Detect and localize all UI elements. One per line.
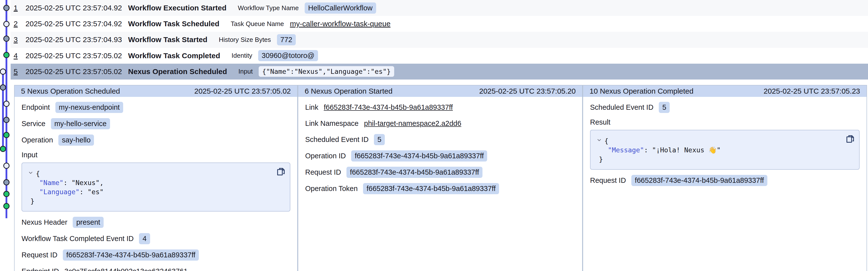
detail-field-input: Input{"Name": "Nexus","Language": "es"} [22, 151, 290, 212]
field-value-link[interactable]: 3c0c75ccfa8144b092c13ce632463761 [65, 267, 188, 271]
json-code-line: } [28, 196, 284, 206]
json-value: : "Nexus", [64, 179, 104, 187]
json-brace: } [599, 155, 603, 163]
timeline-event-node-light[interactable] [0, 69, 6, 74]
detail-field-link: Linkf665283f-743e-4374-b45b-9a61a89337ff [305, 102, 575, 113]
event-attr-label: Input [238, 67, 253, 75]
event-row[interactable]: 12025-02-25 UTC 23:57:04.92Workflow Exec… [11, 0, 868, 16]
collapse-chevron-icon[interactable] [28, 168, 33, 178]
timeline-event-node-gray[interactable] [4, 5, 9, 11]
event-name: Nexus Operation Scheduled [128, 67, 227, 76]
event-attr-label: Task Queue Name [231, 20, 284, 28]
copy-icon[interactable] [276, 167, 286, 177]
panel-timestamp: 2025-02-25 UTC 23:57:05.20 [479, 87, 576, 96]
json-key: "Name" [39, 179, 64, 187]
copy-icon[interactable] [845, 134, 855, 144]
field-label: Link Namespace [305, 119, 359, 128]
timeline-event-node-green[interactable] [4, 191, 9, 197]
json-code-line: "Language": "es" [28, 187, 284, 196]
event-attr-value-chip: {"Name":"Nexus","Language":"es"} [259, 66, 394, 77]
event-attr-label: Workflow Type Name [238, 4, 299, 12]
event-attr-value-chip: HelloCallerWorkflow [305, 2, 376, 13]
event-attr-label: History Size Bytes [219, 36, 271, 44]
detail-field-workflow-task-completed-event-id: Workflow Task Completed Event ID4 [22, 233, 290, 244]
detail-field-service: Servicemy-hello-service [22, 118, 290, 129]
detail-field-scheduled-event-id: Scheduled Event ID5 [590, 102, 860, 113]
detail-field-operation-id: Operation IDf665283f-743e-4374-b45b-9a61… [305, 151, 575, 162]
event-row[interactable]: 32025-02-25 UTC 23:57:04.93Workflow Task… [11, 32, 868, 48]
field-value-chip: 4 [139, 233, 150, 244]
event-name: Workflow Task Scheduled [128, 20, 219, 28]
field-label: Input [22, 151, 290, 159]
timeline-event-node-gray[interactable] [4, 117, 9, 123]
detail-field-link-namespace: Link Namespacephil-target-namespace2.a2d… [305, 118, 575, 129]
detail-field-operation: Operationsay-hello [22, 135, 290, 146]
panel-body: Endpointmy-nexus-endpointServicemy-hello… [14, 97, 297, 271]
event-row[interactable]: 52025-02-25 UTC 23:57:05.02Nexus Operati… [11, 64, 868, 80]
field-label: Nexus Header [22, 218, 67, 226]
json-value: : "es" [80, 188, 104, 196]
event-row[interactable]: 22025-02-25 UTC 23:57:04.92Workflow Task… [11, 16, 868, 32]
field-label: Operation [22, 136, 53, 144]
event-timestamp: 2025-02-25 UTC 23:57:04.92 [26, 4, 128, 12]
event-id-link[interactable]: 2 [13, 20, 26, 28]
field-value-link[interactable]: phil-target-namespace2.a2dd6 [364, 119, 461, 128]
json-brace: { [604, 137, 608, 145]
event-id-link[interactable]: 4 [13, 52, 26, 60]
json-code-line: } [596, 155, 853, 164]
detail-field-request-id: Request IDf665283f-743e-4374-b45b-9a61a8… [22, 249, 290, 261]
timeline-event-node-gray[interactable] [0, 85, 6, 90]
panel-timestamp: 2025-02-25 UTC 23:57:05.02 [194, 87, 291, 96]
field-value-chip: 5 [374, 134, 385, 145]
panel-header: 10 Nexus Operation Completed2025-02-25 U… [583, 85, 867, 97]
event-id-link[interactable]: 1 [13, 4, 26, 12]
json-code-line: "Name": "Nexus", [28, 178, 284, 187]
field-value-link[interactable]: f665283f-743e-4374-b45b-9a61a89337ff [324, 103, 453, 111]
panel-timestamp: 2025-02-25 UTC 23:57:05.23 [764, 87, 860, 96]
detail-field-result: Result{"Message": "¡Hola! Nexus 👋"} [590, 118, 860, 170]
json-key: "Language" [39, 188, 80, 196]
event-timeline [0, 0, 14, 271]
event-id-link[interactable]: 3 [13, 35, 26, 44]
timeline-event-node-green[interactable] [4, 132, 9, 138]
detail-field-scheduled-event-id: Scheduled Event ID5 [305, 134, 575, 145]
field-label: Operation ID [305, 152, 346, 160]
collapse-chevron-icon[interactable] [596, 136, 602, 145]
timeline-event-node-gray[interactable] [4, 36, 9, 42]
detail-field-operation-token: Operation Tokenf665283f-743e-4374-b45b-9… [305, 183, 575, 194]
event-detail-panel: 5 Nexus Operation Scheduled2025-02-25 UT… [14, 85, 298, 271]
timeline-event-node-light[interactable] [4, 21, 9, 27]
json-code-line: "Message": "¡Hola! Nexus 👋" [596, 145, 853, 155]
timeline-event-node-green[interactable] [0, 146, 6, 152]
timeline-event-node-green[interactable] [4, 52, 9, 58]
field-value-chip: my-nexus-endpoint [55, 102, 123, 113]
event-timestamp: 2025-02-25 UTC 23:57:05.02 [26, 67, 128, 76]
field-value-chip: present [73, 217, 104, 228]
event-row[interactable]: 42025-02-25 UTC 23:57:05.02Workflow Task… [11, 48, 868, 64]
detail-field-endpoint-id: Endpoint ID3c0c75ccfa8144b092c13ce632463… [22, 266, 290, 271]
field-label: Endpoint ID [22, 267, 59, 271]
event-attr-value-link[interactable]: my-caller-workflow-task-queue [290, 20, 391, 28]
event-id-link[interactable]: 5 [13, 67, 26, 76]
timeline-event-node-green[interactable] [4, 204, 9, 209]
event-detail-panel: 10 Nexus Operation Completed2025-02-25 U… [583, 85, 867, 271]
field-label: Request ID [590, 177, 626, 185]
json-code-block: {"Name": "Nexus","Language": "es"} [22, 163, 290, 212]
field-value-chip: f665283f-743e-4374-b45b-9a61a89337ff [63, 249, 199, 261]
detail-field-request-id: Request IDf665283f-743e-4374-b45b-9a61a8… [305, 167, 575, 178]
field-label: Endpoint [22, 103, 50, 111]
field-label: Workflow Task Completed Event ID [22, 235, 133, 243]
event-timestamp: 2025-02-25 UTC 23:57:04.93 [26, 35, 128, 44]
field-label: Request ID [22, 251, 57, 259]
json-brace: } [30, 197, 34, 205]
field-value-chip: f665283f-743e-4374-b45b-9a61a89337ff [346, 167, 483, 178]
timeline-event-node-light[interactable] [4, 163, 9, 168]
detail-field-request-id: Request IDf665283f-743e-4374-b45b-9a61a8… [590, 175, 860, 186]
timeline-event-node-light[interactable] [4, 101, 9, 107]
event-attr-value-chip: 772 [277, 34, 296, 45]
field-label: Request ID [305, 168, 341, 177]
json-code-line: { [596, 136, 853, 145]
timeline-event-node-gray[interactable] [4, 180, 9, 185]
temporal-event-history-screen: 12025-02-25 UTC 23:57:04.92Workflow Exec… [0, 0, 868, 271]
field-value-chip: f665283f-743e-4374-b45b-9a61a89337ff [631, 175, 767, 186]
